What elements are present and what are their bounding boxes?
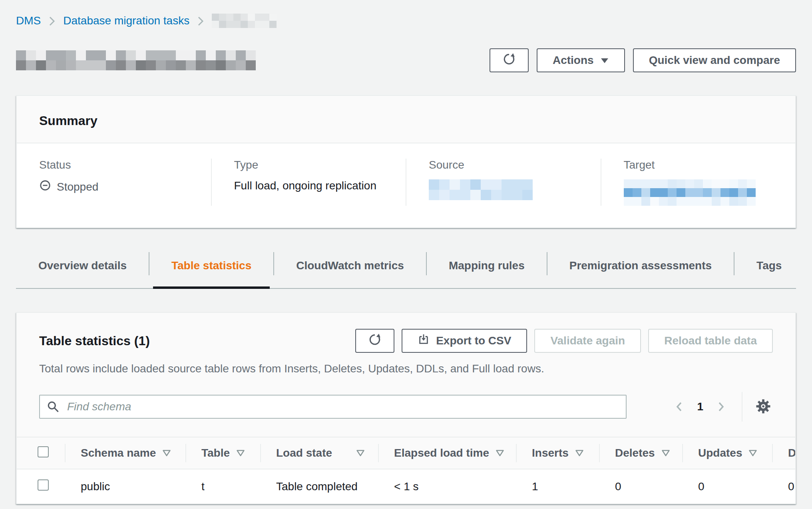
table-panel-description: Total rows include loaded source table r… [39,362,773,375]
summary-card-header: Summary [17,96,795,143]
summary-field-status: Status Stopped [17,159,211,206]
settings-button[interactable] [754,397,773,417]
sort-triangle-icon [236,447,245,459]
type-label: Type [234,159,384,171]
sort-triangle-icon [661,447,670,459]
select-all-checkbox[interactable] [38,446,49,457]
export-label: Export to CSV [436,334,511,347]
stopped-circle-minus-icon [39,179,51,194]
summary-field-source: Source [406,159,601,206]
gear-icon [755,398,771,416]
breadcrumb-link-dms[interactable]: DMS [16,14,41,27]
breadcrumb-link-tasks[interactable]: Database migration tasks [63,14,189,27]
row-select-cell [17,469,65,503]
cell-inserts: 1 [516,469,599,503]
table-statistics-card: Table statistics (1) Export to CSV [16,312,796,504]
quick-view-compare-button[interactable]: Quick view and compare [633,48,796,72]
sort-triangle-icon [356,447,365,459]
cell-deletes: 0 [599,469,682,503]
next-page-button[interactable] [714,398,728,416]
tab-cloudwatch-metrics[interactable]: CloudWatch metrics [274,251,426,288]
sort-triangle-icon [575,447,584,459]
source-link-redacted[interactable] [429,179,533,200]
page: DMS Database migration tasks Actions [0,0,812,504]
type-value: Full load, ongoing replication [234,179,384,192]
cell-updates: 0 [682,469,772,503]
cell-table: t [185,469,260,503]
column-header-table[interactable]: Table [185,437,260,469]
previous-page-button[interactable] [672,398,687,416]
column-header-elapsed-load-time[interactable]: Elapsed load time [378,437,516,469]
reload-table-data-button[interactable]: Reload table data [648,329,773,353]
validate-label: Validate again [550,334,625,347]
sort-triangle-icon [162,447,171,459]
cell-elapsed-load-time: < 1 s [378,469,516,503]
column-label: Inserts [532,447,569,459]
column-header-inserts[interactable]: Inserts [516,437,599,469]
cell-schema-name: public [65,469,185,503]
summary-card-body: Status Stopped Type Full load, ongoing r… [17,143,795,227]
column-label: DDLs [788,447,796,459]
chevron-right-icon [197,16,204,26]
tab-tags[interactable]: Tags [734,251,804,288]
sort-triangle-icon [496,447,504,459]
refresh-icon [368,333,382,349]
page-header: Actions Quick view and compare [16,48,796,73]
search-icon [46,400,60,416]
current-page-number: 1 [697,400,703,413]
sort-triangle-icon [748,447,757,459]
divider [742,392,742,422]
breadcrumb-current-redacted [212,14,277,28]
detail-tabs: Overview details Table statistics CloudW… [16,251,796,289]
reload-label: Reload table data [664,334,757,347]
chevron-right-icon [49,16,55,26]
summary-field-target: Target [601,159,796,206]
column-header-deletes[interactable]: Deletes [599,437,682,469]
select-all-header-cell [17,437,65,469]
tab-overview-details[interactable]: Overview details [16,251,149,288]
row-checkbox[interactable] [38,479,49,491]
download-icon [418,334,430,348]
column-header-schema-name[interactable]: Schema name [65,437,185,469]
source-label: Source [429,159,578,171]
page-title-redacted [16,50,256,70]
table-panel-title: Table statistics (1) [39,334,150,348]
column-label: Elapsed load time [394,447,489,459]
breadcrumb: DMS Database migration tasks [16,12,796,30]
pagination: 1 [672,392,773,422]
status-label: Status [39,159,189,171]
column-label: Load state [276,447,332,459]
summary-field-type: Type Full load, ongoing replication [211,159,406,206]
caret-down-icon [600,54,609,67]
tab-premigration-assessments[interactable]: Premigration assessments [547,251,734,288]
table-statistics-table: Schema name Table Load state Elapsed loa… [17,437,796,503]
cell-load-state: Table completed [260,469,378,503]
target-label: Target [624,159,773,171]
refresh-button[interactable] [490,48,529,72]
cell-ddls: 0 [772,469,796,503]
column-header-updates[interactable]: Updates [682,437,772,469]
table-refresh-button[interactable] [355,329,394,353]
search-input[interactable] [39,395,627,419]
summary-card: Summary Status Stopped Type Full load, o… [16,95,796,228]
quick-view-label: Quick view and compare [649,54,780,67]
schema-search [39,395,627,419]
table-panel-header: Table statistics (1) Export to CSV [17,313,795,437]
column-label: Updates [698,447,742,459]
refresh-icon [502,52,516,69]
target-link-redacted[interactable] [624,179,756,206]
column-label: Deletes [615,447,655,459]
column-label: Table [201,447,230,459]
status-value: Stopped [57,181,98,193]
export-to-csv-button[interactable]: Export to CSV [402,329,527,353]
column-header-load-state[interactable]: Load state [260,437,378,469]
tab-mapping-rules[interactable]: Mapping rules [426,251,547,288]
column-header-ddls[interactable]: DDLs [772,437,796,469]
table-row: public t Table completed < 1 s 1 0 0 0 [17,469,796,503]
tab-table-statistics[interactable]: Table statistics [149,251,274,288]
table-header-row: Schema name Table Load state Elapsed loa… [17,437,796,469]
actions-button[interactable]: Actions [537,48,625,72]
actions-label: Actions [553,54,594,67]
summary-title: Summary [39,113,773,128]
validate-again-button[interactable]: Validate again [534,329,641,353]
